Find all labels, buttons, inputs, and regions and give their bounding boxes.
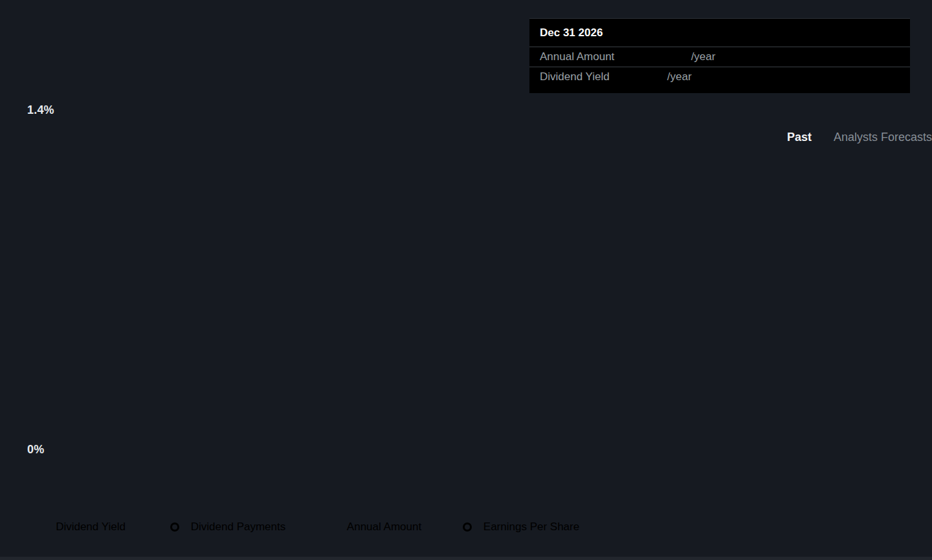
annual-amount-dot-icon: [327, 522, 335, 531]
y-axis-max-label: 1.4%: [27, 103, 54, 117]
dividend-yield-dot-icon: [36, 522, 44, 531]
tooltip-value-annual-amount: US$1.170: [642, 50, 691, 63]
tooltip-label: Dividend Yield: [540, 70, 642, 83]
past-region-label: Past: [787, 131, 812, 144]
legend-label: Dividend Payments: [191, 521, 285, 533]
tooltip-row-dividend-yield: Dividend Yield 1.2% /year: [529, 67, 910, 87]
bottom-section-edge: [0, 557, 932, 560]
legend-label: Earnings Per Share: [483, 521, 579, 533]
analysts-forecast-region-label: Analysts Forecasts: [834, 131, 932, 144]
dividend-payments-ring-icon: [170, 522, 179, 532]
tooltip-suffix: /year: [691, 50, 716, 63]
tooltip-padding: [529, 87, 910, 93]
tooltip-row-annual-amount: Annual Amount US$1.170 /year: [529, 47, 910, 67]
x-axis: [0, 470, 932, 490]
legend-toggle-dividend-yield[interactable]: Dividend Yield: [17, 508, 144, 546]
tooltip-value-dividend-yield: 1.2%: [642, 70, 667, 83]
tooltip-suffix: /year: [667, 70, 692, 83]
tooltip-label: Annual Amount: [540, 50, 642, 63]
legend-toggle-dividend-payments[interactable]: Dividend Payments: [152, 508, 304, 546]
chart-legend: Dividend Yield Dividend Payments Annual …: [17, 508, 597, 546]
earnings-per-share-ring-icon: [463, 522, 472, 532]
tooltip-date: Dec 31 2026: [529, 19, 910, 47]
legend-toggle-annual-amount[interactable]: Annual Amount: [312, 508, 436, 546]
legend-label: Dividend Yield: [56, 521, 126, 533]
y-axis-min-label: 0%: [27, 443, 44, 457]
chart-tooltip: Dec 31 2026 Annual Amount US$1.170 /year…: [529, 18, 910, 93]
legend-toggle-earnings-per-share[interactable]: Earnings Per Share: [445, 508, 597, 546]
legend-label: Annual Amount: [347, 521, 421, 533]
dividend-chart-screen: 1.4% 0% Past Analysts Forecasts Dec 31 2…: [0, 0, 932, 560]
